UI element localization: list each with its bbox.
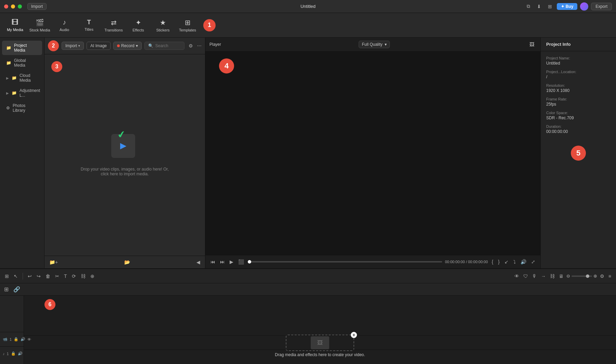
titlebar-left: Import: [4, 3, 47, 10]
download-icon[interactable]: ⬇: [535, 2, 543, 11]
tl-link2-btn[interactable]: 🔗: [12, 285, 22, 294]
tl-grid-btn[interactable]: ⊞: [3, 272, 10, 280]
import-button[interactable]: Import: [27, 3, 47, 10]
new-folder-button[interactable]: 📂: [123, 258, 131, 266]
import-media-button[interactable]: Import ▾: [62, 42, 84, 50]
sidebar-project-media-label: Project Media: [14, 43, 38, 53]
drop-zone[interactable]: 🖼 +: [286, 335, 354, 351]
avatar[interactable]: [580, 2, 588, 11]
tl-shield-btn[interactable]: 🛡: [522, 272, 529, 280]
tl-cut-btn[interactable]: ✂: [54, 272, 61, 280]
toolbar-stickers-label: Stickers: [156, 28, 169, 32]
gear-icon: ⚙: [6, 106, 10, 110]
toolbar-my-media[interactable]: 🎞 My Media: [3, 15, 27, 36]
skip-back-button[interactable]: ⏮: [209, 258, 216, 266]
traffic-light-fullscreen[interactable]: [18, 4, 22, 9]
tl-preview-btn[interactable]: 👁: [513, 272, 521, 280]
lock-icon: 🔒: [14, 337, 18, 341]
player-header: Player Full Quality ▾ 🖼: [205, 38, 540, 52]
export-button[interactable]: Export: [591, 3, 612, 10]
media-toolbar: 2 Import ▾ AI Image Record ▾ 🔍 ⚙ ···: [44, 38, 205, 54]
info-panel: Project Info Project Name: Untitled Proj…: [541, 38, 616, 268]
collapse-sidebar-button[interactable]: ◀: [195, 258, 202, 266]
audio-toggle[interactable]: 🔊: [519, 258, 527, 266]
vol-icon-audio: 🔊: [18, 351, 23, 356]
insert-button[interactable]: ↙: [503, 258, 510, 266]
audio-icon: ♪: [63, 18, 66, 26]
tl-redo-btn[interactable]: ↪: [35, 272, 42, 280]
sidebar-item-cloud-media[interactable]: ▶ 📁 Cloud Media: [2, 71, 42, 85]
filter-button[interactable]: ⚙: [187, 42, 194, 50]
folder-icon: 📁: [6, 45, 11, 50]
sidebar-item-project-media[interactable]: 📁 Project Media: [2, 41, 42, 55]
tl-rotate-btn[interactable]: ⟳: [70, 272, 77, 280]
pip-icon[interactable]: ⧉: [525, 2, 532, 11]
toolbar-stock-media-label: Stock Media: [29, 28, 50, 32]
frame-back-button[interactable]: ⏭: [219, 258, 226, 266]
search-input[interactable]: [155, 43, 181, 48]
toolbar-titles-label: Titles: [85, 27, 93, 31]
drop-icon-container: ✔ ▶: [111, 134, 139, 161]
sidebar-item-global-media[interactable]: 📁 Global Media: [2, 56, 42, 70]
fullscreen-button[interactable]: ⤢: [530, 258, 536, 266]
toolbar-titles[interactable]: T Titles: [77, 15, 101, 36]
tl-monitor-btn[interactable]: 🖥: [557, 272, 565, 280]
progress-thumb: [248, 260, 251, 264]
audio-track-num: 1: [7, 352, 9, 356]
search-box[interactable]: 🔍: [144, 42, 184, 50]
record-button[interactable]: Record ▾: [113, 42, 142, 50]
drop-zone-label: Drag media and effects here to create yo…: [275, 352, 365, 357]
import-caret: ▾: [78, 44, 80, 48]
drop-zone-thumb: 🖼: [311, 336, 329, 349]
zoom-slider[interactable]: ⊖ ⊕: [566, 273, 597, 279]
tl-link-btn[interactable]: ⛓: [79, 272, 87, 280]
stop-button[interactable]: ⬛: [237, 258, 245, 266]
add-folder-button[interactable]: 📁+: [48, 258, 59, 266]
drop-box-inner-icon: ▶: [120, 141, 126, 150]
more-button[interactable]: ···: [197, 43, 202, 49]
drop-plus-icon: +: [351, 332, 357, 338]
play-button[interactable]: ▶: [229, 258, 234, 266]
player-quality-select[interactable]: Full Quality ▾: [359, 41, 389, 48]
toolbar-badge-1[interactable]: 1: [203, 19, 216, 31]
traffic-light-close[interactable]: [4, 4, 8, 9]
sidebar-item-photos-library[interactable]: ⚙ Photos Library: [2, 101, 42, 115]
toolbar-stock-media[interactable]: 🎬 Stock Media: [28, 15, 51, 36]
overwrite-button[interactable]: ⤵: [512, 258, 517, 266]
stock-media-icon: 🎬: [36, 18, 44, 27]
toolbar-stickers[interactable]: ★ Stickers: [151, 15, 175, 36]
mark-out-button[interactable]: }: [497, 258, 501, 266]
tl-delete-btn[interactable]: 🗑: [44, 272, 52, 280]
traffic-light-minimize[interactable]: [11, 4, 15, 9]
progress-bar[interactable]: [248, 261, 442, 262]
toolbar-transitions[interactable]: ⇄ Transitions: [102, 15, 125, 36]
tl-gear-btn[interactable]: ⚙: [599, 272, 606, 280]
player-image-icon[interactable]: 🖼: [527, 40, 536, 49]
tl-mic-btn[interactable]: 🎙: [531, 272, 538, 280]
tl-layout-btn[interactable]: ≡: [607, 272, 613, 280]
tl-undo-btn[interactable]: ↩: [26, 272, 33, 280]
grid-icon[interactable]: ⊞: [546, 2, 554, 11]
info-value-name: Untitled: [546, 61, 611, 66]
tl-chain-btn[interactable]: ⛓: [549, 272, 556, 280]
drop-text-1: Drop your video clips, images, or audio …: [81, 167, 169, 172]
info-panel-title: Project Info: [546, 42, 571, 47]
media-content[interactable]: 3 ✔ ▶ Drop your video clips, images, or …: [44, 54, 205, 256]
mark-in-button[interactable]: {: [491, 258, 495, 266]
toolbar-audio[interactable]: ♪ Audio: [53, 15, 76, 36]
tl-arrow-btn[interactable]: →: [540, 272, 547, 280]
buy-button[interactable]: ✦ Buy: [557, 3, 577, 10]
toolbar-templates[interactable]: ⊞ Templates: [176, 15, 199, 36]
ai-image-button[interactable]: AI Image: [87, 42, 111, 50]
tl-text-btn[interactable]: T: [63, 272, 68, 280]
tl-add-clip-btn[interactable]: ⊞: [3, 285, 10, 294]
sidebar-global-media-label: Global Media: [14, 58, 38, 68]
tl-cursor-btn[interactable]: ↖: [12, 272, 19, 280]
sidebar-item-adjustment[interactable]: ▶ 📁 Adjustment L...: [2, 86, 42, 100]
info-label-location: Project...Location:: [546, 70, 611, 74]
info-label-resolution: Resolution:: [546, 83, 611, 87]
tl-add-btn[interactable]: ⊕: [89, 272, 96, 280]
quality-label: Full Quality: [362, 42, 382, 47]
toolbar-effects[interactable]: ✦ Effects: [127, 15, 150, 36]
info-row-duration: Duration: 00:00:00:00: [546, 124, 611, 134]
